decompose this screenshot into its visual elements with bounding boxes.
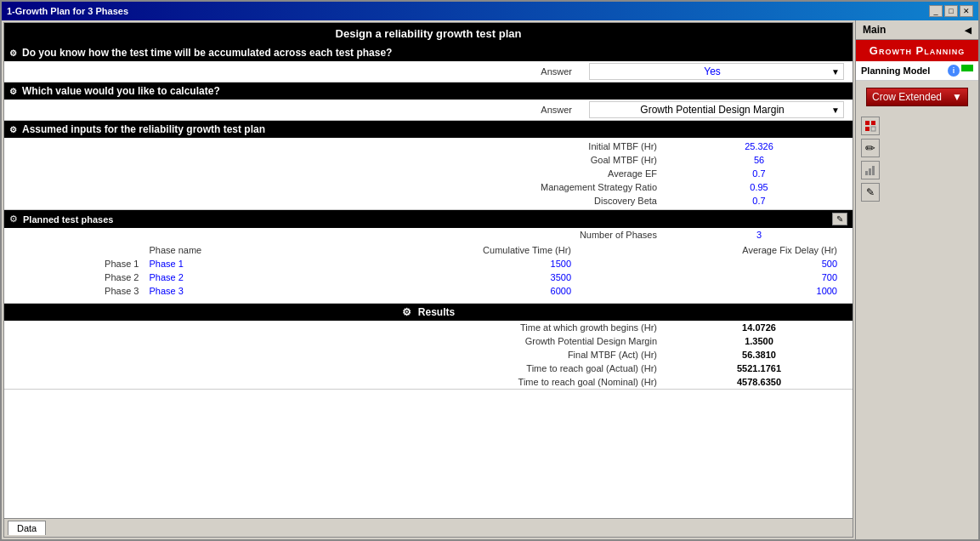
discovery-beta-label: Discovery Beta (13, 196, 674, 206)
discovery-beta-value: 0.7 (674, 196, 844, 206)
tool-edit-icon[interactable]: ✎ (861, 183, 880, 202)
crow-extended-container: Crow Extended ▼ (861, 84, 973, 110)
bottom-tabs: Data (4, 518, 853, 537)
sidebar-tool-row-1 (861, 117, 880, 135)
phase1-name[interactable]: Phase 1 (145, 257, 312, 270)
question2-icon: ⚙ (9, 87, 17, 96)
mgmt-strategy-label: Management Strategy Ratio (13, 182, 674, 192)
mtbf-goal-row: Goal MTBF (Hr) 56 (4, 153, 853, 167)
content-area: Design a reliability growth test plan ⚙ … (2, 20, 978, 539)
sidebar-growth-planning: Growth Planning (856, 40, 978, 61)
results-header: ⚙ Results (4, 304, 853, 321)
mgmt-strategy-row: Management Strategy Ratio 0.95 (4, 180, 853, 194)
svg-rect-4 (865, 171, 868, 175)
assumed-inputs-header: ⚙ Assumed inputs for the reliability gro… (4, 121, 853, 138)
results-title: Results (418, 306, 455, 318)
close-button[interactable]: ✕ (960, 5, 973, 17)
sidebar-header: Main ◀ (856, 20, 978, 40)
question2-text: Which value would you like to calculate? (22, 85, 220, 97)
phase1-cumulative[interactable]: 1500 (312, 257, 578, 270)
question2-section: ⚙ Which value would you like to calculat… (4, 83, 853, 121)
phase3-fix-delay[interactable]: 1000 (578, 284, 844, 298)
question1-answer-row: Answer Yes ▼ (4, 61, 853, 82)
result-label-1: Growth Potential Design Margin (13, 336, 674, 346)
phase3-name[interactable]: Phase 3 (145, 284, 312, 298)
phases-edit-button[interactable]: ✎ (832, 213, 847, 225)
sidebar-collapse-arrow[interactable]: ◀ (965, 26, 972, 35)
svg-rect-1 (871, 121, 875, 125)
result-row-2: Final MTBF (Act) (Hr) 56.3810 (4, 348, 853, 362)
col-phase-name: Phase name (145, 243, 312, 257)
title-bar: 1-Growth Plan for 3 Phases _ □ ✕ (2, 2, 978, 20)
svg-rect-5 (869, 168, 871, 175)
main-header: Design a reliability growth test plan (4, 23, 853, 44)
crow-extended-button[interactable]: Crow Extended ▼ (866, 88, 968, 106)
window-controls: _ □ ✕ (929, 5, 973, 17)
planned-phases-section: ⚙ Planned test phases ✎ Number of Phases… (4, 210, 853, 304)
assumed-inputs-icon: ⚙ (9, 125, 17, 134)
minimize-button[interactable]: _ (929, 5, 943, 17)
phase2-row-label: Phase 2 (13, 270, 145, 284)
result-row-3: Time to reach goal (Actual) (Hr) 5521.17… (4, 362, 853, 375)
phase3-cumulative[interactable]: 6000 (312, 284, 578, 298)
number-of-phases-label: Number of Phases (13, 230, 674, 240)
avg-ef-label: Average EF (13, 168, 674, 179)
question2-answer-row: Answer Growth Potential Design Margin ▼ (4, 100, 853, 120)
question2-answer-value: Growth Potential Design Margin ▼ (589, 101, 844, 118)
mgmt-strategy-value: 0.95 (674, 182, 844, 192)
discovery-beta-row: Discovery Beta 0.7 (4, 194, 853, 208)
window-title: 1-Growth Plan for 3 Phases (7, 6, 128, 16)
question2-dropdown-arrow: ▼ (831, 105, 840, 115)
result-value-2: 56.3810 (674, 350, 844, 360)
phase1-row-label: Phase 1 (13, 257, 145, 270)
assumed-inputs-section: ⚙ Assumed inputs for the reliability gro… (4, 121, 853, 210)
result-value-4: 4578.6350 (674, 377, 844, 387)
phase2-cumulative[interactable]: 3500 (312, 270, 578, 284)
phase2-fix-delay[interactable]: 700 (578, 270, 844, 284)
maximize-button[interactable]: □ (944, 5, 958, 17)
result-value-3: 5521.1761 (674, 363, 844, 373)
results-icon: ⚙ (402, 306, 411, 318)
assumed-inputs-content: Initial MTBF (Hr) 25.326 Goal MTBF (Hr) … (4, 138, 853, 209)
question2-header: ⚙ Which value would you like to calculat… (4, 83, 853, 100)
phases-table-container: Phase name Cumulative Time (Hr) Average … (4, 242, 853, 303)
table-row: Phase 2 Phase 2 3500 700 (13, 270, 844, 284)
phases-table-header: Phase name Cumulative Time (Hr) Average … (13, 243, 844, 257)
main-panel: Design a reliability growth test plan ⚙ … (3, 22, 853, 538)
sidebar: Main ◀ Growth Planning Planning Model i … (855, 20, 978, 539)
result-row-1: Growth Potential Design Margin 1.3500 (4, 334, 853, 348)
question1-dropdown-value: Yes (593, 65, 831, 77)
tab-data[interactable]: Data (8, 521, 46, 535)
sidebar-header-label: Main (863, 24, 886, 36)
question1-dropdown-arrow: ▼ (831, 67, 840, 77)
tool-pencil-icon[interactable]: ✏ (861, 139, 880, 157)
result-row-0: Time at which growth begins (Hr) 14.0726 (4, 321, 853, 334)
number-of-phases-row: Number of Phases 3 (4, 228, 853, 242)
result-label-3: Time to reach goal (Actual) (Hr) (13, 363, 674, 373)
col-avg-fix-delay: Average Fix Delay (Hr) (578, 243, 844, 257)
results-section: ⚙ Results Time at which growth begins (H… (4, 304, 853, 390)
result-value-1: 1.3500 (674, 336, 844, 346)
question1-icon: ⚙ (9, 48, 17, 58)
question1-dropdown[interactable]: Yes ▼ (589, 63, 844, 80)
sidebar-planning-model: Planning Model i (856, 61, 978, 81)
mtbf-initial-value: 25.326 (674, 141, 844, 151)
question2-dropdown[interactable]: Growth Potential Design Margin ▼ (589, 101, 844, 118)
table-row: Phase 1 Phase 1 1500 500 (13, 257, 844, 270)
tool-chart-icon[interactable] (861, 161, 880, 179)
svg-rect-0 (865, 121, 870, 125)
question1-header: ⚙ Do you know how the test time will be … (4, 44, 853, 61)
planned-phases-header-row: ⚙ Planned test phases ✎ (4, 210, 853, 228)
svg-rect-3 (871, 127, 875, 131)
question2-answer-label: Answer (13, 105, 589, 115)
planned-phases-icon: ⚙ (9, 214, 18, 225)
info-icon[interactable]: i (948, 65, 960, 77)
assumed-inputs-title: Assumed inputs for the reliability growt… (22, 123, 265, 135)
status-green-icon[interactable] (961, 65, 973, 71)
phase1-fix-delay[interactable]: 500 (578, 257, 844, 270)
col-row-label (13, 243, 145, 257)
result-row-4: Time to reach goal (Nominal) (Hr) 4578.6… (4, 375, 853, 389)
number-of-phases-value: 3 (674, 230, 844, 240)
tool-grid-icon[interactable] (861, 117, 880, 135)
phase2-name[interactable]: Phase 2 (145, 270, 312, 284)
